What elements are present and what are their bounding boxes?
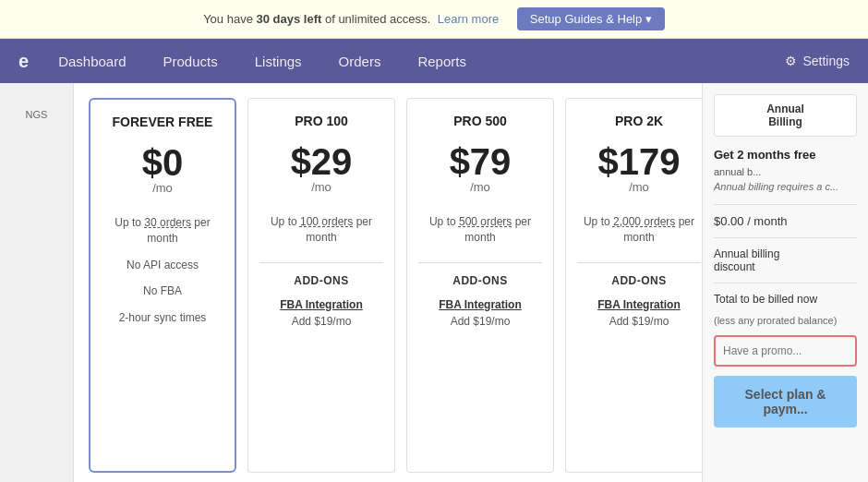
plan-name-pro-500: PRO 500: [453, 114, 507, 128]
plan-name-forever-free: FOREVER FREE: [113, 114, 213, 129]
plan-feature-orders-pro-500: Up to 500 orders per month: [418, 214, 542, 246]
right-divider-1: [714, 204, 857, 205]
plan-feature-orders-pro-100: Up to 100 orders per month: [259, 214, 383, 246]
price-per-month: $0.00 / month: [714, 214, 857, 228]
plan-price-forever-free: $0: [142, 144, 184, 181]
right-panel: AnnualBilling Get 2 months free annual b…: [702, 83, 868, 482]
plan-divider-pro-100: [259, 262, 383, 263]
plan-price-mo-pro-100: /mo: [311, 180, 332, 194]
nav-item-listings[interactable]: Listings: [236, 39, 320, 83]
select-plan-button[interactable]: Select plan &paym...: [714, 376, 857, 428]
nav-item-products[interactable]: Products: [145, 39, 236, 83]
annual-billing-discount-label: Annual billingdiscount: [714, 247, 857, 273]
billing-tabs: AnnualBilling: [714, 94, 857, 137]
plan-pro-2k[interactable]: PRO 2K $179 /mo Up to 2,000 orders per m…: [565, 98, 702, 473]
plan-price-pro-2k: $179: [598, 143, 681, 180]
learn-more-link[interactable]: Learn more: [438, 12, 499, 26]
addon-fba-price-pro-100: Add $19/mo: [292, 315, 352, 328]
settings-label: Settings: [802, 54, 850, 68]
plan-feature-sync-forever-free: 2-hour sync times: [119, 310, 207, 326]
addon-fba-pro-2k: FBA Integration: [597, 298, 681, 311]
sidebar-item-ngs[interactable]: NGS: [0, 102, 73, 127]
right-divider-3: [714, 283, 857, 283]
plan-pro-500[interactable]: PRO 500 $79 /mo Up to 500 orders per mon…: [406, 98, 554, 473]
plan-name-pro-2k: PRO 2K: [615, 114, 663, 128]
nav-bar: e Dashboard Products Listings Orders Rep…: [0, 39, 868, 83]
addons-title-pro-500: ADD-ONS: [452, 274, 508, 287]
nav-item-reports[interactable]: Reports: [399, 39, 485, 83]
plan-price-mo-forever-free: /mo: [152, 181, 173, 195]
promo-input[interactable]: [723, 344, 848, 357]
nav-logo: e: [7, 51, 40, 72]
nav-item-orders[interactable]: Orders: [320, 39, 400, 83]
settings-button[interactable]: Settings: [774, 39, 861, 83]
right-info: Get 2 months free annual b... Annual bil…: [714, 146, 857, 195]
plan-feature-fba-forever-free: No FBA: [143, 283, 182, 299]
setup-guides-button[interactable]: Setup Guides & Help ▾: [517, 7, 665, 30]
plan-divider-pro-2k: [577, 262, 701, 263]
sidebar: NGS: [0, 83, 74, 482]
free-promo-suffix: annual b...: [714, 164, 857, 180]
plan-divider-pro-500: [418, 262, 542, 263]
addon-fba-price-pro-500: Add $19/mo: [451, 315, 511, 328]
addon-fba-pro-100: FBA Integration: [280, 298, 363, 311]
top-banner: You have 30 days left of unlimited acces…: [0, 0, 868, 39]
plan-price-pro-500: $79: [450, 143, 512, 180]
promo-box[interactable]: [714, 335, 857, 367]
nav-item-dashboard[interactable]: Dashboard: [40, 39, 144, 83]
plan-price-mo-pro-2k: /mo: [629, 180, 649, 194]
banner-text: You have 30 days left of unlimited acces…: [203, 12, 502, 26]
gear-icon: [785, 54, 797, 68]
plan-feature-orders-pro-2k: Up to 2,000 orders per month: [577, 214, 701, 246]
main-container: NGS FOREVER FREE $0 /mo Up to 30 orders …: [0, 83, 868, 482]
plan-price-pro-100: $29: [291, 143, 353, 180]
addon-fba-pro-500: FBA Integration: [439, 298, 522, 311]
plan-price-mo-pro-500: /mo: [470, 180, 490, 194]
total-billed-label: Total to be billed now: [714, 293, 857, 306]
free-promo-text: Get 2 months free: [714, 146, 857, 164]
plans-container: FOREVER FREE $0 /mo Up to 30 orders per …: [74, 83, 702, 482]
right-divider-2: [714, 237, 857, 238]
plan-name-pro-100: PRO 100: [295, 114, 348, 128]
addons-title-pro-100: ADD-ONS: [294, 274, 349, 287]
prorated-note: (less any prorated balance): [714, 315, 857, 326]
addon-fba-price-pro-2k: Add $19/mo: [609, 315, 669, 328]
plan-forever-free[interactable]: FOREVER FREE $0 /mo Up to 30 orders per …: [89, 98, 236, 473]
plan-feature-orders-forever-free: Up to 30 orders per month: [102, 215, 223, 247]
tab-annual-billing[interactable]: AnnualBilling: [715, 95, 856, 136]
addons-title-pro-2k: ADD-ONS: [611, 274, 667, 287]
annual-billing-note: Annual billing requires a c...: [714, 179, 857, 195]
plan-feature-api-forever-free: No API access: [127, 258, 199, 273]
days-left: 30 days left: [257, 12, 322, 26]
plan-pro-100[interactable]: PRO 100 $29 /mo Up to 100 orders per mon…: [247, 98, 395, 473]
